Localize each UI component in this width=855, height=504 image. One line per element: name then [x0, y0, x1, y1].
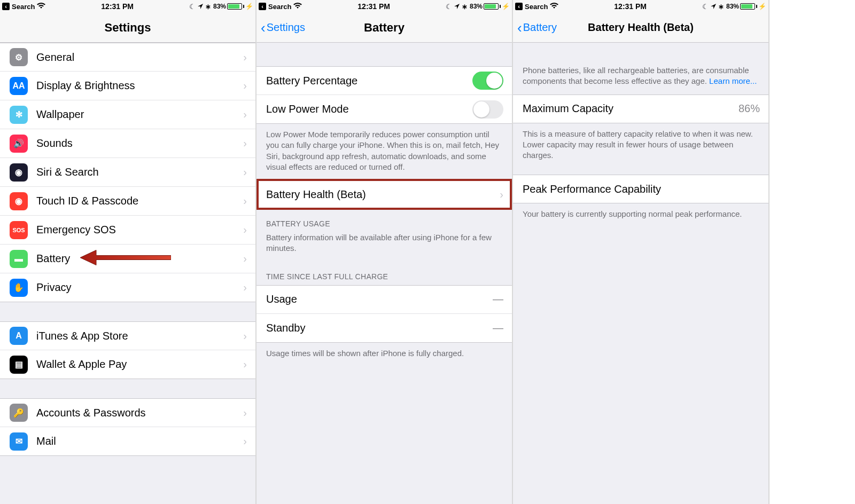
- wallpaper-icon: ✻: [10, 106, 28, 124]
- peak-footer: Your battery is currently supporting nor…: [513, 203, 768, 227]
- settings-row-wallpaper[interactable]: ✻Wallpaper›: [0, 100, 255, 129]
- wifi-icon: [550, 3, 558, 11]
- location-icon: [711, 3, 716, 11]
- settings-row-wallet-apple-pay[interactable]: ▤Wallet & Apple Pay›: [0, 350, 255, 379]
- chevron-right-icon: ›: [243, 281, 247, 294]
- row-label: Battery Percentage: [266, 75, 472, 87]
- row-label: Accounts & Passwords: [36, 407, 243, 419]
- row-battery-percentage[interactable]: Battery Percentage: [256, 66, 512, 95]
- toggle-low-power-mode[interactable]: [472, 100, 503, 119]
- status-bar: ‹ Search 12:31 PM ☾ ∗ 83% ⚡: [513, 0, 768, 13]
- health-list[interactable]: Phone batteries, like all rechargeable b…: [513, 43, 768, 504]
- settings-row-emergency-sos[interactable]: SOSEmergency SOS›: [0, 216, 255, 245]
- settings-row-privacy[interactable]: ✋Privacy›: [0, 273, 255, 302]
- page-title: Battery: [364, 21, 405, 35]
- charging-icon: ⚡: [502, 3, 510, 10]
- settings-row-touch-id-passcode[interactable]: ◉Touch ID & Passcode›: [0, 187, 255, 216]
- bluetooth-icon: ∗: [718, 3, 724, 11]
- settings-row-battery[interactable]: ▬Battery›: [0, 245, 255, 273]
- page-title: Battery Health (Beta): [588, 21, 694, 34]
- chevron-right-icon: ›: [243, 166, 247, 178]
- chevron-left-icon: ‹: [517, 21, 522, 35]
- chevron-right-icon: ›: [243, 80, 247, 92]
- row-label: iTunes & App Store: [36, 330, 243, 342]
- status-bar: ‹ Search 12:31 PM ☾ ∗ 83% ⚡: [256, 0, 512, 13]
- battery-indicator: 83% ⚡: [470, 3, 510, 10]
- itunes-icon: A: [10, 327, 28, 345]
- row-label: Maximum Capacity: [523, 103, 739, 115]
- row-label: Privacy: [36, 281, 243, 294]
- siri-icon: ◉: [10, 163, 28, 182]
- privacy-icon: ✋: [10, 279, 28, 297]
- chevron-right-icon: ›: [243, 253, 247, 265]
- status-back-icon[interactable]: ‹: [259, 3, 266, 10]
- battery-indicator: 83% ⚡: [213, 3, 253, 10]
- charging-icon: ⚡: [245, 3, 253, 10]
- settings-row-sounds[interactable]: 🔊Sounds›: [0, 129, 255, 158]
- learn-more-link[interactable]: Learn more...: [709, 76, 757, 85]
- settings-row-general[interactable]: ⚙General›: [0, 43, 255, 72]
- status-back-label[interactable]: Search: [525, 3, 548, 11]
- wallet-icon: ▤: [10, 356, 28, 374]
- screen-battery: ‹ Search 12:31 PM ☾ ∗ 83% ⚡ ‹ Settings B…: [256, 0, 513, 504]
- sounds-icon: 🔊: [10, 135, 28, 153]
- settings-row-display-brightness[interactable]: AADisplay & Brightness›: [0, 72, 255, 100]
- moon-icon: ☾: [189, 3, 196, 11]
- screen-battery-health: ‹ Search 12:31 PM ☾ ∗ 83% ⚡ ‹ Battery Ba…: [513, 0, 770, 504]
- settings-list[interactable]: ⚙General›AADisplay & Brightness›✻Wallpap…: [0, 43, 255, 504]
- settings-row-mail[interactable]: ✉Mail›: [0, 427, 255, 456]
- page-title: Settings: [105, 21, 151, 35]
- nav-back-button[interactable]: ‹ Battery: [517, 13, 557, 42]
- usage-footer: Battery information will be available af…: [256, 232, 512, 262]
- status-back-label[interactable]: Search: [12, 3, 35, 11]
- chevron-right-icon: ›: [243, 407, 247, 419]
- row-battery-health[interactable]: Battery Health (Beta) ›: [256, 180, 512, 209]
- wifi-icon: [293, 3, 302, 11]
- intro-text: Phone batteries, like all rechargeable b…: [513, 43, 768, 94]
- row-label: Display & Brightness: [36, 80, 243, 92]
- accounts-icon: 🔑: [10, 404, 28, 422]
- row-low-power-mode[interactable]: Low Power Mode: [256, 95, 512, 124]
- row-label: Wallpaper: [36, 108, 243, 121]
- chevron-right-icon: ›: [243, 195, 247, 207]
- settings-row-accounts-passwords[interactable]: 🔑Accounts & Passwords›: [0, 398, 255, 427]
- nav-bar: Settings: [0, 13, 255, 43]
- time-header: TIME SINCE LAST FULL CHARGE: [256, 262, 512, 285]
- toggle-battery-percentage[interactable]: [472, 72, 503, 90]
- row-usage: Usage —: [256, 285, 512, 314]
- row-label: General: [36, 51, 243, 64]
- time-footer: Usage times will be shown after iPhone i…: [256, 343, 512, 366]
- status-time: 12:31 PM: [101, 2, 134, 11]
- settings-row-itunes-app-store[interactable]: AiTunes & App Store›: [0, 321, 255, 350]
- row-label: Usage: [266, 293, 493, 305]
- row-label: Emergency SOS: [36, 224, 243, 236]
- status-bar: ‹ Search 12:31 PM ☾ ∗ 83% ⚡: [0, 0, 255, 13]
- lpm-footer: Low Power Mode temporarily reduces power…: [256, 124, 512, 180]
- settings-row-siri-search[interactable]: ◉Siri & Search›: [0, 158, 255, 187]
- row-peak-performance: Peak Performance Capability: [513, 175, 768, 203]
- charging-icon: ⚡: [758, 3, 766, 10]
- row-label: Standby: [266, 322, 493, 334]
- status-back-icon[interactable]: ‹: [515, 3, 523, 10]
- battery-indicator: 83% ⚡: [726, 3, 766, 10]
- moon-icon: ☾: [702, 3, 709, 11]
- row-standby: Standby —: [256, 314, 512, 343]
- row-label: Peak Performance Capability: [523, 183, 760, 195]
- location-icon: [454, 3, 460, 11]
- status-back-icon[interactable]: ‹: [2, 3, 10, 10]
- row-label: Battery: [36, 253, 243, 265]
- row-label: Battery Health (Beta): [266, 188, 500, 201]
- chevron-right-icon: ›: [243, 137, 247, 149]
- nav-bar: ‹ Settings Battery: [256, 13, 512, 43]
- capacity-value: 86%: [739, 103, 760, 115]
- battery-list[interactable]: Battery Percentage Low Power Mode Low Po…: [256, 43, 512, 504]
- chevron-right-icon: ›: [243, 330, 247, 342]
- row-value: —: [493, 322, 503, 334]
- row-label: Sounds: [36, 137, 243, 149]
- status-time: 12:31 PM: [614, 2, 647, 11]
- chevron-left-icon: ‹: [261, 21, 266, 35]
- status-back-label[interactable]: Search: [268, 3, 291, 11]
- chevron-right-icon: ›: [243, 51, 247, 64]
- nav-back-button[interactable]: ‹ Settings: [261, 13, 305, 42]
- chevron-right-icon: ›: [500, 188, 503, 201]
